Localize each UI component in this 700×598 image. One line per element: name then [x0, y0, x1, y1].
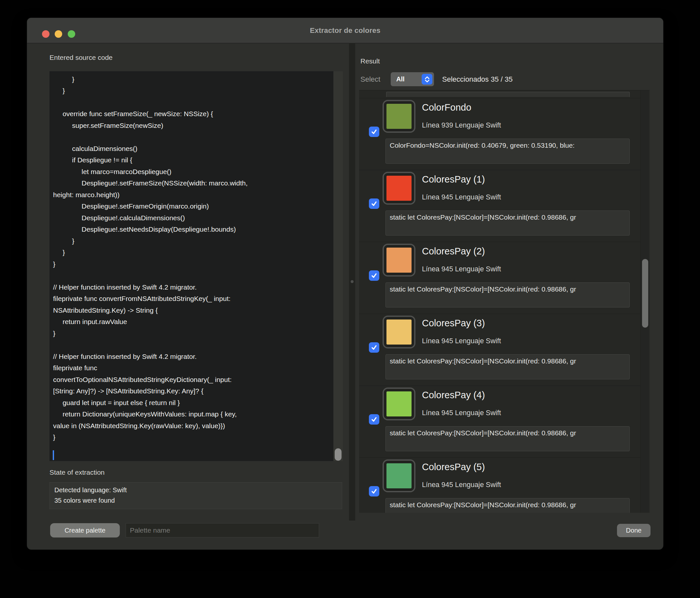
- color-swatch-fill: [386, 176, 411, 201]
- item-checkbox[interactable]: [369, 270, 379, 281]
- done-button[interactable]: Done: [617, 524, 651, 537]
- editor-scrollbar-thumb[interactable]: [335, 448, 342, 461]
- color-swatch: [382, 100, 416, 133]
- color-name: ColoresPay (4): [422, 390, 485, 400]
- check-icon: [370, 272, 378, 280]
- app-window: Extractor de colores Entered source code…: [27, 18, 663, 549]
- color-list-item[interactable]: ColoresPay (5) Línea 945 Lenguaje Swift …: [359, 458, 640, 513]
- close-button[interactable]: [42, 30, 49, 38]
- split-handle-icon[interactable]: [351, 280, 354, 283]
- check-icon: [370, 344, 378, 352]
- item-checkbox[interactable]: [369, 486, 379, 496]
- color-meta: Línea 945 Lenguaje Swift: [422, 481, 501, 489]
- chevron-up-down-icon: [422, 74, 432, 85]
- text-cursor: [53, 450, 54, 460]
- selected-count-label: Seleccionados 35 / 35: [442, 75, 513, 84]
- extraction-status-box: Detected language: Swift 35 colors were …: [49, 482, 342, 509]
- color-name: ColoresPay (2): [422, 246, 485, 257]
- color-swatch-fill: [386, 319, 411, 344]
- editor-scrollbar-track[interactable]: [333, 71, 343, 461]
- split-divider[interactable]: [349, 43, 355, 521]
- palette-name-input[interactable]: [126, 523, 319, 538]
- color-name: ColoresPay (1): [422, 174, 485, 185]
- window-title: Extractor de colores: [310, 26, 381, 35]
- check-icon: [370, 128, 378, 136]
- color-name: ColoresPay (5): [422, 462, 485, 472]
- item-checkbox[interactable]: [369, 342, 379, 353]
- create-palette-button[interactable]: Create palette: [50, 523, 120, 538]
- source-code-label: Entered source code: [49, 54, 112, 61]
- color-list-item[interactable]: ColorFondo Línea 939 Lenguaje Swift Colo…: [359, 98, 640, 170]
- color-source-snippet: static let ColoresPay:[NSColor]=[NSColor…: [385, 282, 630, 308]
- color-meta: Línea 945 Lenguaje Swift: [422, 265, 501, 273]
- select-all-dropdown[interactable]: All: [391, 72, 434, 86]
- source-code-editor[interactable]: != [ } } override func setFrameSize(_ ne…: [49, 71, 343, 461]
- color-list-item[interactable]: ColoresPay (3) Línea 945 Lenguaje Swift …: [359, 314, 640, 386]
- select-label: Select: [360, 75, 380, 84]
- clipped-previous-item: [386, 92, 630, 97]
- check-icon: [370, 200, 378, 208]
- color-swatch-fill: [386, 391, 411, 416]
- color-swatch-fill: [386, 248, 411, 272]
- color-swatch: [382, 172, 416, 205]
- color-source-snippet: static let ColoresPay:[NSColor]=[NSColor…: [385, 426, 630, 451]
- title-bar: Extractor de colores: [27, 18, 663, 43]
- color-name: ColorFondo: [422, 102, 471, 113]
- color-swatch-fill: [386, 104, 411, 129]
- color-list-item[interactable]: ColoresPay (2) Línea 945 Lenguaje Swift …: [359, 242, 640, 314]
- color-swatch: [382, 244, 416, 277]
- color-source-snippet: static let ColoresPay:[NSColor]=[NSColor…: [385, 210, 630, 236]
- color-swatch: [382, 388, 416, 420]
- zoom-button[interactable]: [68, 30, 75, 38]
- color-meta: Línea 939 Lenguaje Swift: [422, 121, 501, 129]
- result-label: Result: [360, 57, 380, 65]
- check-icon: [370, 415, 378, 423]
- color-source-snippet: static let ColoresPay:[NSColor]=[NSColor…: [385, 354, 630, 379]
- item-checkbox[interactable]: [369, 199, 379, 209]
- color-source-snippet: ColorFondo=NSColor.init(red: 0.40679, gr…: [385, 138, 630, 164]
- check-icon: [370, 487, 378, 495]
- color-list-item[interactable]: ColoresPay (1) Línea 945 Lenguaje Swift …: [359, 170, 640, 242]
- color-swatch: [382, 460, 416, 492]
- color-meta: Línea 945 Lenguaje Swift: [422, 193, 501, 201]
- color-source-snippet: static let ColoresPay:[NSColor]=[NSColor…: [385, 498, 630, 513]
- color-swatch: [382, 316, 416, 348]
- source-code-text: != [ } } override func setFrameSize(_ ne…: [53, 71, 248, 443]
- dropdown-value: All: [391, 76, 422, 83]
- color-list-item[interactable]: ColoresPay (4) Línea 945 Lenguaje Swift …: [359, 386, 640, 458]
- list-scrollbar-thumb[interactable]: [642, 259, 648, 328]
- color-swatch-fill: [386, 463, 411, 488]
- color-meta: Línea 945 Lenguaje Swift: [422, 337, 501, 345]
- color-name: ColoresPay (3): [422, 318, 485, 329]
- item-checkbox[interactable]: [369, 414, 379, 424]
- extraction-state-label: State of extraction: [49, 469, 104, 476]
- minimize-button[interactable]: [55, 30, 62, 38]
- color-result-list[interactable]: ColorFondo Línea 939 Lenguaje Swift Colo…: [359, 90, 650, 513]
- item-checkbox[interactable]: [369, 127, 379, 137]
- desktop-background: Extractor de colores Entered source code…: [0, 0, 700, 598]
- color-meta: Línea 945 Lenguaje Swift: [422, 409, 501, 417]
